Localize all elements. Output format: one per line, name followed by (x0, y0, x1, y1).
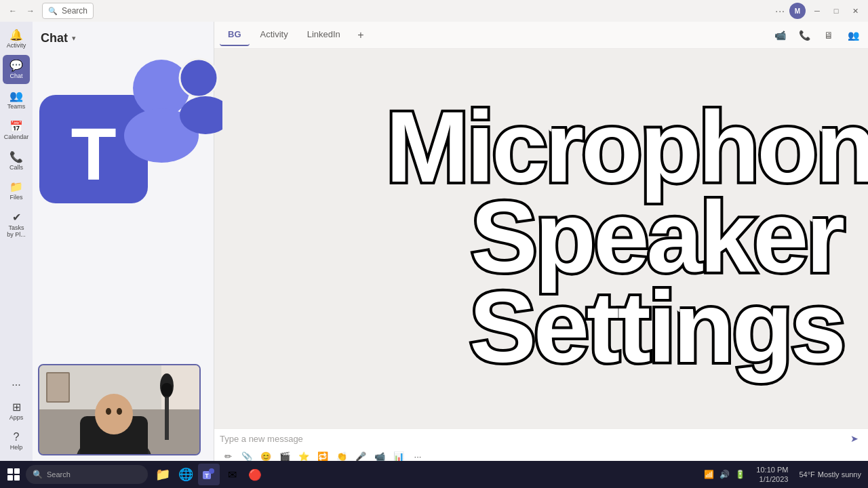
tasks-icon: ✔ (12, 211, 21, 224)
emoji-button[interactable]: 😊 (258, 448, 274, 461)
loop-button[interactable]: 🔁 (315, 448, 331, 461)
nav-buttons: ← → (5, 3, 38, 18)
sidebar-item-calendar[interactable]: 📅 Calendar (3, 116, 30, 145)
taskbar-clock[interactable]: 10:10 PM 1/1/2023 (751, 465, 793, 485)
sidebar-item-teams[interactable]: 👥 Teams (3, 85, 30, 115)
praise-button[interactable]: 👏 (334, 448, 350, 461)
attach-button[interactable]: 📎 (239, 448, 255, 461)
sticker-button[interactable]: ⭐ (296, 448, 312, 461)
calendar-icon: 📅 (9, 120, 23, 133)
taskbar-app-edge[interactable]: 🌐 (175, 464, 197, 485)
sidebar-item-activity[interactable]: 🔔 Activity (3, 24, 30, 54)
sidebar-item-files[interactable]: 📁 Files (3, 176, 30, 205)
taskbar-apps: 📁 🌐 T ✉ 🔴 (152, 464, 266, 485)
taskbar-search[interactable]: 🔍 Search (26, 465, 148, 484)
call-icons-group: 📹 📞 🖥 👥 (770, 26, 863, 45)
video-call-icon[interactable]: 📹 (770, 26, 789, 45)
battery-icon[interactable]: 🔋 (734, 468, 747, 481)
add-tab-button[interactable]: + (351, 26, 370, 45)
sidebar-item-help[interactable]: ? Help (3, 427, 30, 455)
taskbar-search-text: Search (47, 470, 71, 479)
weather-widget[interactable]: 54°F Mostly sunny (795, 470, 865, 479)
sidebar-label-activity: Activity (7, 43, 26, 49)
close-button[interactable]: ✕ (848, 3, 863, 18)
sidebar: 🔔 Activity 💬 Chat 👥 Teams 📅 Calendar 📞 C… (0, 22, 33, 461)
message-input[interactable]: Type a new message (220, 434, 846, 444)
sidebar-label-calendar: Calendar (4, 134, 29, 141)
headline-line1: Microphone (386, 102, 868, 192)
weather-desc: Mostly sunny (818, 470, 861, 479)
sidebar-item-more[interactable]: ··· (3, 375, 30, 395)
sidebar-item-chat[interactable]: 💬 Chat (3, 55, 30, 84)
forward-button[interactable]: → (23, 3, 38, 18)
svg-rect-22 (7, 475, 13, 481)
svg-point-15 (106, 408, 111, 415)
sidebar-label-tasks: Tasks by Pl... (5, 225, 27, 239)
start-button[interactable] (3, 464, 24, 485)
back-button[interactable]: ← (5, 3, 20, 18)
audio-button[interactable]: 🎤 (353, 448, 369, 461)
sidebar-item-tasks[interactable]: ✔ Tasks by Pl... (3, 207, 30, 243)
minimize-button[interactable]: ─ (810, 3, 825, 18)
more-tools-button[interactable]: ··· (410, 448, 426, 461)
clock-time: 10:10 PM (756, 465, 788, 474)
video-thumbnail[interactable] (38, 364, 201, 455)
big-text-overlay: Microphone Speaker Settings (458, 86, 854, 388)
main-content: BG Activity LinkedIn + 📹 📞 🖥 👥 Microphon… (214, 22, 868, 461)
headline-line3: Settings (469, 282, 844, 372)
audio-call-icon[interactable]: 📞 (795, 26, 814, 45)
overlay-content: Microphone Speaker Settings (214, 49, 868, 428)
participants-icon[interactable]: 👥 (844, 26, 863, 45)
tab-bg[interactable]: BG (220, 24, 250, 46)
svg-point-14 (95, 394, 133, 434)
taskbar-app-chrome[interactable]: 🔴 (244, 464, 266, 485)
files-icon: 📁 (9, 180, 23, 193)
weather-temp: 54°F (799, 470, 814, 479)
volume-icon[interactable]: 🔊 (718, 468, 731, 481)
sidebar-item-calls[interactable]: 📞 Calls (3, 146, 30, 176)
chart-button[interactable]: 📊 (391, 448, 407, 461)
network-icon[interactable]: 📶 (703, 468, 715, 481)
apps-icon: ⊞ (12, 401, 21, 413)
sidebar-bottom: ··· ⊞ Apps ? Help (3, 375, 30, 461)
taskbar-app-mail[interactable]: ✉ (221, 464, 243, 485)
video-msg-button[interactable]: 📹 (372, 448, 388, 461)
sidebar-label-chat: Chat (9, 73, 22, 80)
message-bar: Type a new message ➤ ✏ 📎 😊 🎬 ⭐ 🔁 👏 🎤 📹 📊… (214, 428, 868, 461)
taskbar: 🔍 Search 📁 🌐 T ✉ 🔴 📶 🔊 🔋 10:10 PM 1/1/20… (0, 461, 868, 488)
sidebar-label-apps: Apps (9, 415, 24, 422)
system-tray: 📶 🔊 🔋 (700, 468, 749, 481)
title-bar: ← → 🔍 Search ··· M ─ □ ✕ (0, 0, 868, 22)
screenshare-icon[interactable]: 🖥 (819, 26, 838, 45)
svg-text:T: T (205, 472, 209, 479)
send-button[interactable]: ➤ (846, 430, 863, 447)
more-icon: ··· (12, 379, 20, 391)
sidebar-item-apps[interactable]: ⊞ Apps (3, 396, 30, 426)
taskbar-search-icon: 🔍 (33, 470, 43, 479)
chat-icon: 💬 (9, 59, 23, 72)
svg-point-26 (209, 468, 214, 474)
help-icon: ? (14, 431, 20, 443)
svg-point-2 (133, 60, 190, 117)
app-body: 🔔 Activity 💬 Chat 👥 Teams 📅 Calendar 📞 C… (0, 22, 868, 461)
giphy-button[interactable]: 🎬 (277, 448, 293, 461)
chat-header: Chat ▾ (33, 22, 214, 54)
svg-rect-23 (14, 475, 20, 481)
format-button[interactable]: ✏ (220, 448, 236, 461)
svg-rect-19 (161, 383, 172, 396)
taskbar-app-teams[interactable]: T (198, 464, 220, 485)
chat-dropdown-arrow[interactable]: ▾ (72, 34, 76, 43)
user-avatar[interactable]: M (789, 3, 806, 19)
taskbar-app-explorer[interactable]: 📁 (152, 464, 174, 485)
clock-date: 1/1/2023 (756, 474, 788, 484)
maximize-button[interactable]: □ (829, 3, 844, 18)
tab-activity[interactable]: Activity (252, 24, 296, 46)
video-thumbnail-container (33, 359, 214, 461)
svg-point-16 (117, 408, 122, 415)
tab-linkedin[interactable]: LinkedIn (299, 24, 349, 46)
search-bar[interactable]: 🔍 Search (42, 3, 94, 19)
svg-text:T: T (71, 112, 116, 195)
more-options-button[interactable]: ··· (775, 5, 785, 16)
chat-panel: Chat ▾ T (33, 22, 214, 461)
chat-panel-title: Chat (41, 31, 68, 45)
